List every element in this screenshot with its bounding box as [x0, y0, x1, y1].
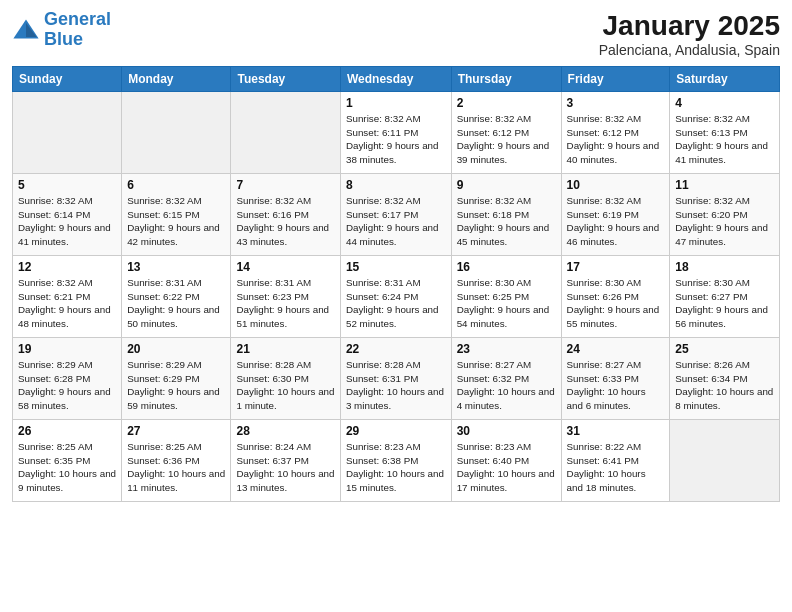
table-row: 2Sunrise: 8:32 AM Sunset: 6:12 PM Daylig… [451, 92, 561, 174]
table-row: 4Sunrise: 8:32 AM Sunset: 6:13 PM Daylig… [670, 92, 780, 174]
table-row: 9Sunrise: 8:32 AM Sunset: 6:18 PM Daylig… [451, 174, 561, 256]
calendar-header-row: Sunday Monday Tuesday Wednesday Thursday… [13, 67, 780, 92]
day-number: 5 [18, 178, 116, 192]
header-tuesday: Tuesday [231, 67, 340, 92]
day-number: 3 [567, 96, 665, 110]
day-info: Sunrise: 8:32 AM Sunset: 6:21 PM Dayligh… [18, 276, 116, 331]
day-info: Sunrise: 8:32 AM Sunset: 6:14 PM Dayligh… [18, 194, 116, 249]
day-number: 9 [457, 178, 556, 192]
table-row: 6Sunrise: 8:32 AM Sunset: 6:15 PM Daylig… [122, 174, 231, 256]
day-info: Sunrise: 8:25 AM Sunset: 6:35 PM Dayligh… [18, 440, 116, 495]
header-saturday: Saturday [670, 67, 780, 92]
table-row: 16Sunrise: 8:30 AM Sunset: 6:25 PM Dayli… [451, 256, 561, 338]
month-title: January 2025 [599, 10, 780, 42]
header-friday: Friday [561, 67, 670, 92]
day-info: Sunrise: 8:32 AM Sunset: 6:16 PM Dayligh… [236, 194, 334, 249]
day-number: 25 [675, 342, 774, 356]
table-row: 25Sunrise: 8:26 AM Sunset: 6:34 PM Dayli… [670, 338, 780, 420]
day-info: Sunrise: 8:32 AM Sunset: 6:18 PM Dayligh… [457, 194, 556, 249]
day-info: Sunrise: 8:22 AM Sunset: 6:41 PM Dayligh… [567, 440, 665, 495]
header-wednesday: Wednesday [340, 67, 451, 92]
table-row: 30Sunrise: 8:23 AM Sunset: 6:40 PM Dayli… [451, 420, 561, 502]
day-number: 24 [567, 342, 665, 356]
table-row [122, 92, 231, 174]
day-info: Sunrise: 8:23 AM Sunset: 6:40 PM Dayligh… [457, 440, 556, 495]
day-number: 21 [236, 342, 334, 356]
title-block: January 2025 Palenciana, Andalusia, Spai… [599, 10, 780, 58]
day-info: Sunrise: 8:30 AM Sunset: 6:26 PM Dayligh… [567, 276, 665, 331]
day-number: 8 [346, 178, 446, 192]
day-info: Sunrise: 8:27 AM Sunset: 6:33 PM Dayligh… [567, 358, 665, 413]
day-number: 4 [675, 96, 774, 110]
day-info: Sunrise: 8:32 AM Sunset: 6:17 PM Dayligh… [346, 194, 446, 249]
day-number: 20 [127, 342, 225, 356]
day-number: 26 [18, 424, 116, 438]
day-info: Sunrise: 8:32 AM Sunset: 6:19 PM Dayligh… [567, 194, 665, 249]
day-info: Sunrise: 8:32 AM Sunset: 6:11 PM Dayligh… [346, 112, 446, 167]
day-number: 23 [457, 342, 556, 356]
table-row: 29Sunrise: 8:23 AM Sunset: 6:38 PM Dayli… [340, 420, 451, 502]
table-row: 11Sunrise: 8:32 AM Sunset: 6:20 PM Dayli… [670, 174, 780, 256]
day-number: 10 [567, 178, 665, 192]
day-info: Sunrise: 8:31 AM Sunset: 6:22 PM Dayligh… [127, 276, 225, 331]
table-row: 22Sunrise: 8:28 AM Sunset: 6:31 PM Dayli… [340, 338, 451, 420]
page-container: General Blue January 2025 Palenciana, An… [0, 0, 792, 612]
day-number: 22 [346, 342, 446, 356]
day-number: 17 [567, 260, 665, 274]
table-row: 14Sunrise: 8:31 AM Sunset: 6:23 PM Dayli… [231, 256, 340, 338]
table-row: 18Sunrise: 8:30 AM Sunset: 6:27 PM Dayli… [670, 256, 780, 338]
day-number: 27 [127, 424, 225, 438]
day-number: 12 [18, 260, 116, 274]
day-number: 18 [675, 260, 774, 274]
day-number: 14 [236, 260, 334, 274]
day-info: Sunrise: 8:25 AM Sunset: 6:36 PM Dayligh… [127, 440, 225, 495]
day-number: 29 [346, 424, 446, 438]
table-row: 10Sunrise: 8:32 AM Sunset: 6:19 PM Dayli… [561, 174, 670, 256]
day-number: 30 [457, 424, 556, 438]
day-info: Sunrise: 8:31 AM Sunset: 6:24 PM Dayligh… [346, 276, 446, 331]
day-info: Sunrise: 8:29 AM Sunset: 6:29 PM Dayligh… [127, 358, 225, 413]
day-info: Sunrise: 8:32 AM Sunset: 6:12 PM Dayligh… [457, 112, 556, 167]
table-row: 31Sunrise: 8:22 AM Sunset: 6:41 PM Dayli… [561, 420, 670, 502]
logo-text: General Blue [44, 10, 111, 50]
calendar-week-row: 1Sunrise: 8:32 AM Sunset: 6:11 PM Daylig… [13, 92, 780, 174]
day-number: 19 [18, 342, 116, 356]
day-number: 31 [567, 424, 665, 438]
day-info: Sunrise: 8:23 AM Sunset: 6:38 PM Dayligh… [346, 440, 446, 495]
header-sunday: Sunday [13, 67, 122, 92]
table-row: 13Sunrise: 8:31 AM Sunset: 6:22 PM Dayli… [122, 256, 231, 338]
calendar-week-row: 5Sunrise: 8:32 AM Sunset: 6:14 PM Daylig… [13, 174, 780, 256]
day-number: 2 [457, 96, 556, 110]
day-info: Sunrise: 8:30 AM Sunset: 6:25 PM Dayligh… [457, 276, 556, 331]
calendar-week-row: 19Sunrise: 8:29 AM Sunset: 6:28 PM Dayli… [13, 338, 780, 420]
calendar-week-row: 26Sunrise: 8:25 AM Sunset: 6:35 PM Dayli… [13, 420, 780, 502]
table-row: 5Sunrise: 8:32 AM Sunset: 6:14 PM Daylig… [13, 174, 122, 256]
table-row: 12Sunrise: 8:32 AM Sunset: 6:21 PM Dayli… [13, 256, 122, 338]
day-number: 6 [127, 178, 225, 192]
day-info: Sunrise: 8:32 AM Sunset: 6:12 PM Dayligh… [567, 112, 665, 167]
day-info: Sunrise: 8:24 AM Sunset: 6:37 PM Dayligh… [236, 440, 334, 495]
logo: General Blue [12, 10, 111, 50]
day-number: 13 [127, 260, 225, 274]
day-info: Sunrise: 8:27 AM Sunset: 6:32 PM Dayligh… [457, 358, 556, 413]
table-row: 23Sunrise: 8:27 AM Sunset: 6:32 PM Dayli… [451, 338, 561, 420]
logo-icon [12, 16, 40, 44]
table-row: 17Sunrise: 8:30 AM Sunset: 6:26 PM Dayli… [561, 256, 670, 338]
table-row: 28Sunrise: 8:24 AM Sunset: 6:37 PM Dayli… [231, 420, 340, 502]
day-info: Sunrise: 8:28 AM Sunset: 6:31 PM Dayligh… [346, 358, 446, 413]
day-number: 11 [675, 178, 774, 192]
day-info: Sunrise: 8:32 AM Sunset: 6:15 PM Dayligh… [127, 194, 225, 249]
day-number: 1 [346, 96, 446, 110]
location: Palenciana, Andalusia, Spain [599, 42, 780, 58]
day-number: 7 [236, 178, 334, 192]
table-row [13, 92, 122, 174]
table-row: 24Sunrise: 8:27 AM Sunset: 6:33 PM Dayli… [561, 338, 670, 420]
day-info: Sunrise: 8:31 AM Sunset: 6:23 PM Dayligh… [236, 276, 334, 331]
table-row: 15Sunrise: 8:31 AM Sunset: 6:24 PM Dayli… [340, 256, 451, 338]
day-info: Sunrise: 8:32 AM Sunset: 6:20 PM Dayligh… [675, 194, 774, 249]
day-info: Sunrise: 8:28 AM Sunset: 6:30 PM Dayligh… [236, 358, 334, 413]
day-info: Sunrise: 8:30 AM Sunset: 6:27 PM Dayligh… [675, 276, 774, 331]
page-header: General Blue January 2025 Palenciana, An… [12, 10, 780, 58]
calendar-table: Sunday Monday Tuesday Wednesday Thursday… [12, 66, 780, 502]
day-info: Sunrise: 8:32 AM Sunset: 6:13 PM Dayligh… [675, 112, 774, 167]
